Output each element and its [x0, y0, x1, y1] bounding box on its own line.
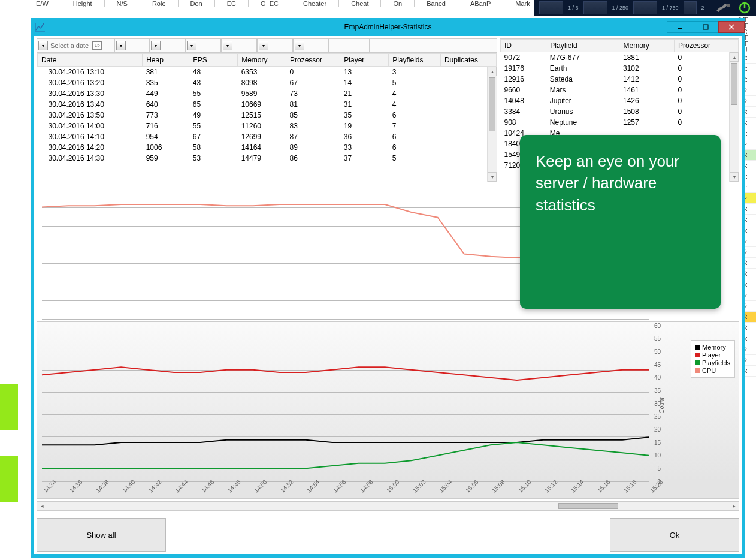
- dropdown-button[interactable]: ▾: [259, 41, 268, 50]
- table-row[interactable]: 30.04.2016 13:2033543809867145: [38, 77, 497, 88]
- column-header[interactable]: Playfield: [546, 40, 619, 52]
- column-header[interactable]: Memory: [619, 40, 675, 52]
- maximize-button[interactable]: [693, 21, 719, 33]
- table-row[interactable]: 19176Earth31020: [501, 63, 739, 74]
- table-row[interactable]: 9072M7G-67718810: [501, 52, 739, 64]
- table-row[interactable]: 908Neptune12570: [501, 117, 739, 128]
- dropdown-button[interactable]: ▾: [187, 41, 196, 50]
- table-row[interactable]: 30.04.2016 14:10954671269987366: [38, 131, 497, 142]
- table-row[interactable]: 14048Jupiter14260: [501, 95, 739, 106]
- dropdown-button[interactable]: ▾: [116, 41, 126, 50]
- column-header[interactable]: FPS: [189, 54, 238, 67]
- table-row[interactable]: 30.04.2016 13:103814863530133: [38, 67, 497, 78]
- table-row[interactable]: 30.04.2016 14:201006581416489336: [38, 142, 497, 153]
- power-icon: [738, 1, 751, 14]
- dropdown-button[interactable]: ▾: [38, 41, 48, 50]
- date-placeholder: Select a date: [50, 42, 89, 49]
- scroll-thumb[interactable]: [731, 63, 737, 105]
- minimize-button[interactable]: [667, 21, 693, 33]
- scrollbar-vertical[interactable]: ▴ ▾: [729, 52, 739, 182]
- bg-toolbar: 1 / 6 1 / 250 1 / 750 2: [534, 0, 756, 16]
- column-header[interactable]: Duplicates: [440, 54, 496, 67]
- scroll-down-icon[interactable]: ▾: [730, 172, 739, 182]
- ok-button[interactable]: Ok: [610, 518, 739, 552]
- table-row[interactable]: 30.04.2016 14:30959531447986375: [38, 153, 497, 164]
- table-row[interactable]: 30.04.2016 13:3044955958973214: [38, 88, 497, 99]
- scroll-thumb[interactable]: [489, 77, 495, 131]
- chart-icon: [35, 22, 46, 32]
- scroll-right-icon[interactable]: ▸: [729, 503, 739, 509]
- scrollbar-horizontal[interactable]: ◂ ▸: [37, 501, 739, 511]
- calendar-icon[interactable]: 15: [92, 41, 102, 50]
- column-header[interactable]: Prozessor: [286, 54, 340, 67]
- column-header[interactable]: ID: [501, 40, 546, 52]
- column-header[interactable]: Date: [38, 54, 143, 67]
- table-row[interactable]: 12916Sateda14120: [501, 74, 739, 85]
- dropdown-button[interactable]: ▾: [151, 41, 161, 50]
- scroll-up-icon[interactable]: ▴: [730, 52, 739, 62]
- close-button[interactable]: [718, 21, 745, 33]
- filter-row: ▾ Select a date 15 ▾ ▾ ▾ ▾ ▾ ▾: [37, 38, 497, 53]
- count-chart: Count MemoryPlayerPlayfieldsCPU 05101520…: [37, 321, 739, 498]
- show-all-button[interactable]: Show all: [37, 518, 166, 552]
- info-tooltip: Keep an eye on your server / hardware st…: [520, 135, 721, 309]
- scroll-up-icon[interactable]: ▴: [488, 67, 497, 76]
- table-row[interactable]: 3384Uranus15080: [501, 106, 739, 117]
- scroll-left-icon[interactable]: ◂: [37, 503, 47, 509]
- svg-point-0: [727, 4, 730, 7]
- scroll-thumb[interactable]: [558, 503, 618, 509]
- table-row[interactable]: 9660Mars14610: [501, 85, 739, 95]
- table-row[interactable]: 30.04.2016 14:00716551126083197: [38, 121, 497, 131]
- bg-accent: [0, 456, 18, 502]
- window-title: EmpAdminHelper-Statistics: [31, 23, 745, 31]
- table-row[interactable]: 30.04.2016 13:40640651066981314: [38, 99, 497, 110]
- column-header[interactable]: Heap: [143, 54, 189, 67]
- column-header[interactable]: Player: [340, 54, 389, 67]
- titlebar[interactable]: EmpAdminHelper-Statistics: [31, 19, 745, 35]
- dropdown-button[interactable]: ▾: [295, 41, 304, 50]
- scroll-down-icon[interactable]: ▾: [488, 172, 497, 182]
- bg-accent: [0, 384, 18, 430]
- scrollbar-vertical[interactable]: ▴ ▾: [487, 67, 497, 182]
- column-header[interactable]: Playfields: [389, 54, 441, 67]
- column-header[interactable]: Prozessor: [675, 40, 739, 52]
- table-row[interactable]: 30.04.2016 13:50773491251585356: [38, 110, 497, 121]
- column-header[interactable]: Memory: [238, 54, 286, 67]
- svg-rect-6: [703, 25, 708, 29]
- dropdown-button[interactable]: ▾: [223, 41, 232, 50]
- stats-table[interactable]: DateHeapFPSMemoryProzessorPlayerPlayfiel…: [37, 53, 497, 182]
